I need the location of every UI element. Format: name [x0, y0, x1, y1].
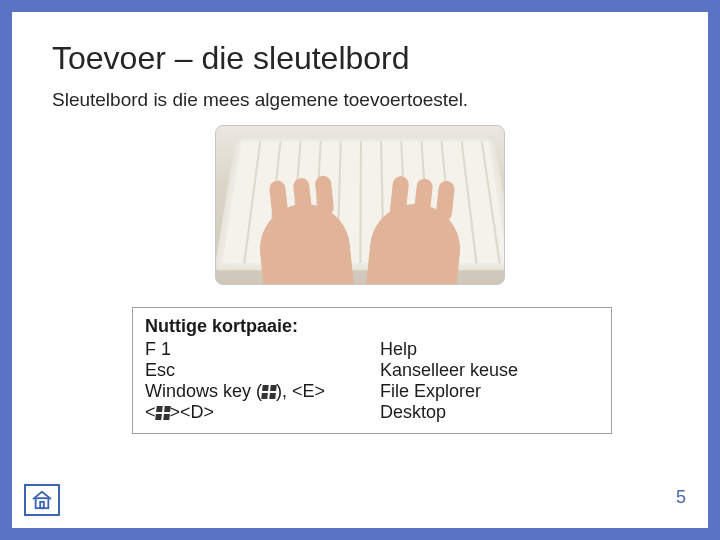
- svg-rect-0: [36, 498, 49, 508]
- home-icon: [31, 490, 53, 510]
- page-number: 5: [676, 487, 686, 508]
- shortcut-row: <><D> Desktop: [145, 402, 599, 423]
- windows-icon: [261, 385, 276, 399]
- shortcut-row: F 1 Help: [145, 339, 599, 360]
- shortcut-desc: Help: [380, 339, 599, 360]
- shortcut-desc: Desktop: [380, 402, 599, 423]
- shortcuts-heading: Nuttige kortpaaie:: [145, 316, 599, 337]
- slide-subtitle: Sleutelbord is die mees algemene toevoer…: [52, 89, 668, 111]
- shortcut-desc: Kanselleer keuse: [380, 360, 599, 381]
- shortcut-key: Windows key (), <E>: [145, 381, 380, 402]
- keyboard-photo: [215, 125, 505, 285]
- svg-rect-1: [40, 502, 44, 508]
- shortcut-row: Windows key (), <E> File Explorer: [145, 381, 599, 402]
- shortcuts-box: Nuttige kortpaaie: F 1 Help Esc Kanselle…: [132, 307, 612, 434]
- keyboard-illustration: [215, 125, 505, 285]
- shortcut-desc: File Explorer: [380, 381, 599, 402]
- slide: Toevoer – die sleutelbord Sleutelbord is…: [0, 0, 720, 540]
- shortcut-row: Esc Kanselleer keuse: [145, 360, 599, 381]
- shortcut-key: F 1: [145, 339, 380, 360]
- shortcut-key: Esc: [145, 360, 380, 381]
- windows-icon: [155, 406, 170, 420]
- slide-title: Toevoer – die sleutelbord: [52, 40, 668, 77]
- home-button[interactable]: [24, 484, 60, 516]
- shortcut-key: <><D>: [145, 402, 380, 423]
